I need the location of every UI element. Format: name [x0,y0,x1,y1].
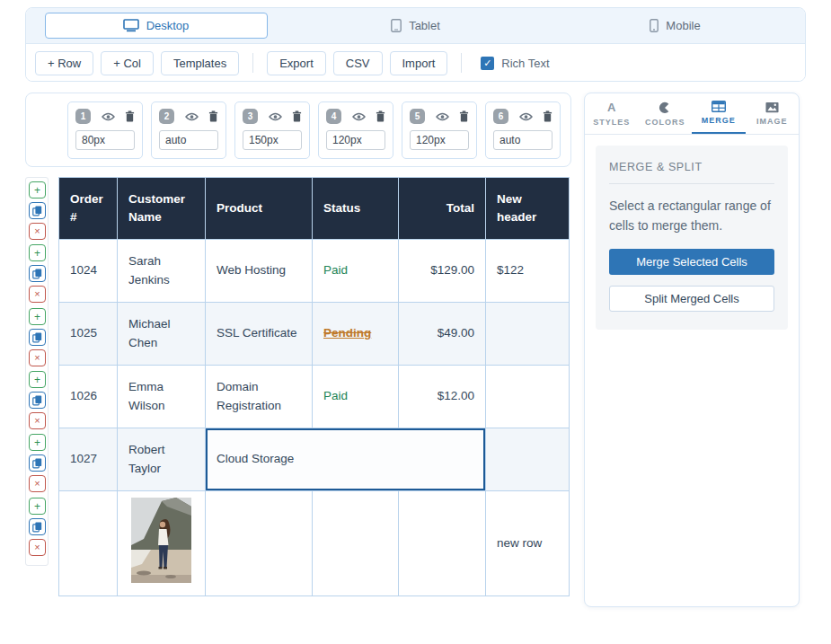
tab-image[interactable]: IMAGE [746,93,800,134]
cell-status[interactable]: Paid [313,366,399,428]
column-width-input[interactable] [159,130,218,150]
eye-icon[interactable] [102,112,115,121]
header-cell-product[interactable]: Product [206,178,313,240]
import-button[interactable]: Import [390,51,448,75]
column-controls-card: 123456 [25,93,571,167]
cell-order[interactable]: 1024 [59,240,118,303]
cell-customer[interactable]: Robert Taylor [118,428,206,491]
cell-order[interactable]: 1025 [59,303,118,366]
export-button[interactable]: Export [267,51,326,75]
header-cell-new-header[interactable]: New header [486,178,569,240]
trash-icon[interactable] [208,110,218,122]
merge-table-icon [712,101,726,112]
cell-extra[interactable]: $122 [486,240,569,303]
trash-icon[interactable] [125,110,135,122]
duplicate-row-button[interactable] [29,518,46,535]
header-cell-status[interactable]: Status [313,178,399,240]
delete-row-button[interactable]: × [29,223,46,240]
trash-icon[interactable] [543,110,553,122]
tablet-label: Tablet [409,19,440,32]
tab-colors[interactable]: COLORS [639,93,693,134]
eye-icon[interactable] [352,112,366,121]
eye-icon[interactable] [519,112,533,121]
mobile-icon [650,19,659,32]
cell-total[interactable] [399,491,486,595]
cell-total[interactable]: $129.00 [399,240,486,303]
cell-order[interactable]: 1027 [59,428,118,491]
cell-extra[interactable] [486,303,569,366]
merged-cell-selected[interactable]: Cloud Storage [206,428,486,491]
duplicate-row-button[interactable] [29,454,46,472]
trash-icon[interactable] [459,110,469,122]
cell-extra[interactable] [486,428,569,491]
duplicate-row-button[interactable] [29,392,46,409]
csv-button[interactable]: CSV [333,51,383,75]
delete-row-button[interactable]: × [29,539,46,556]
trash-icon[interactable] [292,110,302,122]
cell-product[interactable]: Web Hosting [206,240,313,303]
desktop-active-button[interactable]: Desktop [45,13,268,39]
column-width-input[interactable] [243,130,302,150]
header-cell-customer[interactable]: Customer Name [118,178,206,240]
row-control-group: +× [29,371,46,429]
add-row-button[interactable]: + [29,308,46,325]
cell-customer-image[interactable] [118,491,206,595]
device-toggle-mobile[interactable]: Mobile [545,8,805,43]
cell-status[interactable] [313,491,399,595]
delete-row-button[interactable]: × [29,349,46,366]
column-width-input[interactable] [75,130,135,150]
cell-total[interactable]: $12.00 [399,366,486,428]
add-col-toolbar-button[interactable]: + Col [101,51,154,75]
add-row-button[interactable]: + [29,181,46,198]
header-cell-total[interactable]: Total [399,178,486,240]
rich-text-toggle[interactable]: ✓ Rich Text [481,57,549,70]
tab-styles[interactable]: A STYLES [585,93,639,134]
column-width-input[interactable] [493,130,553,150]
tab-merge[interactable]: MERGE [692,93,746,134]
cell-order[interactable]: 1026 [59,366,118,428]
device-toggle-desktop[interactable]: Desktop [26,8,286,43]
eye-icon[interactable] [269,112,282,121]
eye-icon[interactable] [185,112,199,121]
cell-extra[interactable] [486,366,569,428]
add-row-button[interactable]: + [29,244,46,261]
delete-row-button[interactable]: × [29,286,46,303]
cell-product[interactable] [206,491,313,595]
merge-selected-cells-button[interactable]: Merge Selected Cells [609,249,774,275]
column-width-input[interactable] [326,130,385,150]
eye-icon[interactable] [436,112,449,121]
duplicate-row-button[interactable] [29,265,46,282]
column-width-input[interactable] [410,130,469,150]
cell-total[interactable]: $49.00 [399,303,486,366]
cell-extra[interactable]: new row [486,491,569,595]
cell-customer[interactable]: Sarah Jenkins [118,240,206,303]
duplicate-row-button[interactable] [29,329,46,346]
delete-row-button[interactable]: × [29,475,46,492]
row-control-group: +× [29,308,46,366]
templates-button[interactable]: Templates [161,51,239,75]
side-panel: A STYLES COLORS MERGE IMAGE [584,93,800,607]
row-controls-strip: +×+×+×+×+×+× [25,177,49,566]
add-row-button[interactable]: + [29,434,46,451]
cell-customer[interactable]: Emma Wilson [118,366,206,428]
device-toggle-tablet[interactable]: Tablet [286,8,545,43]
cell-status[interactable]: Pending [313,303,399,366]
cell-product[interactable]: SSL Certificate [206,303,313,366]
add-row-button[interactable]: + [29,371,46,388]
duplicate-row-button[interactable] [29,202,46,219]
cell-status[interactable]: Paid [313,240,399,303]
header-cell-order[interactable]: Order # [59,178,118,240]
add-row-toolbar-button[interactable]: + Row [35,51,93,75]
merge-split-title: MERGE & SPLIT [609,161,774,184]
column-number-badge: 2 [159,109,174,124]
trash-icon[interactable] [376,110,385,122]
rich-text-checkbox[interactable]: ✓ [481,57,494,70]
delete-row-button[interactable]: × [29,412,46,429]
column-number-badge: 3 [243,109,258,124]
add-row-button[interactable]: + [29,498,46,515]
cell-product[interactable]: Domain Registration [206,366,313,428]
cell-customer[interactable]: Michael Chen [118,303,206,366]
split-merged-cells-button[interactable]: Split Merged Cells [609,286,774,312]
beach-photo-image [131,498,191,588]
cell-order[interactable] [59,491,118,595]
